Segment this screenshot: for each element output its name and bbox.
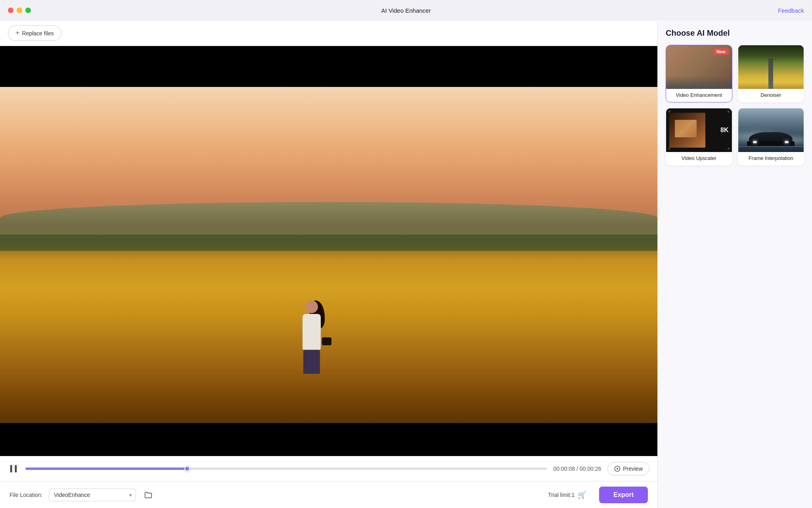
food-image	[669, 113, 705, 148]
time-display: 00:00:08 / 00:00:26	[553, 466, 601, 472]
model-card-label-video-enhancement: Video Enhancement	[666, 89, 732, 102]
title-bar: AI Video Enhancer Feedback	[0, 0, 812, 21]
left-panel: + Replace files	[0, 21, 657, 508]
right-panel-title: Choose AI Model	[666, 29, 804, 38]
model-card-image-denoiser	[738, 45, 804, 89]
svg-marker-3	[617, 468, 619, 470]
letterbox-bottom	[0, 423, 657, 456]
8k-badge: 8K	[720, 127, 728, 134]
file-location-label: File Location:	[10, 492, 42, 498]
preview-label: Preview	[623, 466, 643, 472]
model-card-video-enhancement[interactable]: New Video Enhancement	[666, 45, 732, 102]
main-content: + Replace files	[0, 21, 812, 508]
model-card-video-upscaler[interactable]: ⌜ ⌝ ⌞ ⌟ 8K Video Upscaler	[666, 108, 732, 165]
bottom-bar: File Location: VideoEnhance Trial limit:…	[0, 481, 657, 508]
plus-icon: +	[15, 29, 20, 37]
new-badge: New	[713, 48, 729, 55]
total-time: 00:00:26	[580, 466, 601, 472]
feedback-link[interactable]: Feedback	[778, 7, 804, 14]
file-location-wrapper: VideoEnhance	[49, 489, 136, 501]
flower-field	[0, 243, 657, 423]
close-button[interactable]	[8, 8, 13, 13]
video-controls: 00:00:08 / 00:00:26 Preview	[0, 456, 657, 481]
video-player: 00:00:08 / 00:00:26 Preview	[0, 46, 657, 481]
camera-prop	[322, 337, 331, 345]
right-panel: Choose AI Model New	[657, 21, 812, 508]
preview-play-icon	[614, 466, 620, 472]
maximize-button[interactable]	[25, 8, 31, 13]
progress-fill	[25, 468, 187, 470]
trial-limit: Trial limit:1 🛒	[548, 491, 586, 499]
folder-button[interactable]	[142, 489, 154, 501]
trial-limit-text: Trial limit:1	[548, 492, 575, 498]
toolbar: + Replace files	[0, 21, 657, 46]
model-card-image-video-upscaler: ⌜ ⌝ ⌞ ⌟ 8K	[666, 108, 732, 152]
expand-corner-tr: ⌝	[727, 111, 730, 115]
app-title: AI Video Enhancer	[381, 7, 431, 14]
file-location-select[interactable]: VideoEnhance	[49, 489, 136, 501]
preview-button[interactable]: Preview	[607, 462, 649, 475]
letterbox-top	[0, 46, 657, 87]
time-separator: /	[576, 466, 580, 472]
expand-corner-tl: ⌜	[668, 111, 671, 115]
svg-rect-0	[10, 465, 12, 473]
video-scene	[0, 46, 657, 456]
model-card-denoiser[interactable]: Denoiser	[738, 45, 804, 102]
export-button[interactable]: Export	[599, 487, 648, 503]
pause-button[interactable]	[8, 463, 19, 474]
replace-files-button[interactable]: + Replace files	[8, 25, 61, 41]
person-silhouette	[303, 300, 321, 374]
model-grid: New Video Enhancement Denoiser	[666, 45, 804, 165]
treeline	[0, 235, 657, 251]
svg-rect-1	[15, 465, 17, 473]
model-card-label-frame-interpolation: Frame Interpolation	[738, 152, 804, 165]
pause-icon	[8, 463, 19, 474]
model-card-image-video-enhancement: New	[666, 45, 732, 89]
expand-corner-br: ⌟	[727, 145, 730, 150]
cart-icon[interactable]: 🛒	[578, 491, 586, 499]
model-card-label-video-upscaler: Video Upscaler	[666, 152, 732, 165]
progress-bar[interactable]	[25, 468, 547, 470]
model-card-label-denoiser: Denoiser	[738, 89, 804, 102]
traffic-lights	[8, 8, 31, 13]
expand-corner-bl: ⌞	[668, 145, 671, 150]
model-card-image-frame-interpolation	[738, 108, 804, 152]
current-time: 00:00:08	[553, 466, 575, 472]
replace-files-label: Replace files	[22, 30, 54, 37]
model-card-frame-interpolation[interactable]: Frame Interpolation	[738, 108, 804, 165]
minimize-button[interactable]	[17, 8, 22, 13]
progress-thumb[interactable]	[184, 466, 190, 471]
folder-icon	[144, 491, 153, 499]
